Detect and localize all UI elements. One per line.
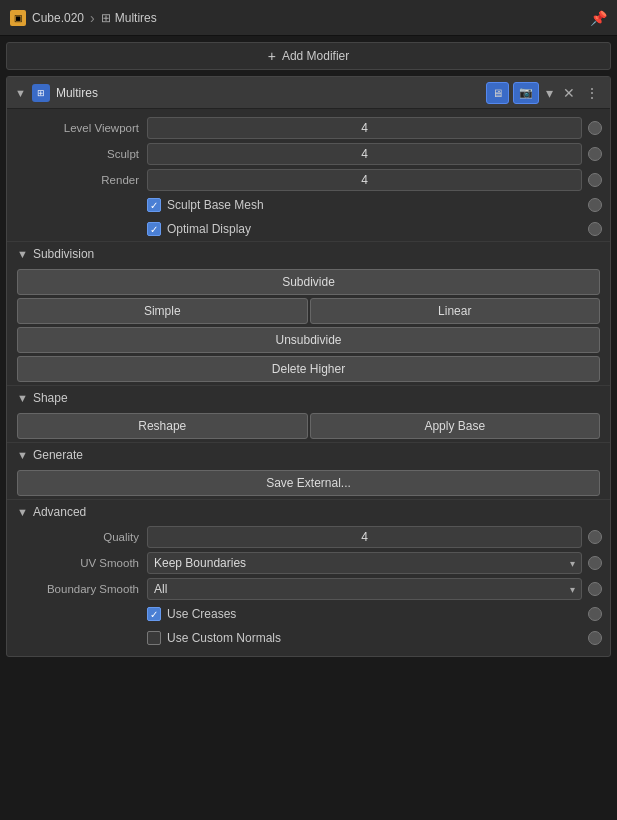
add-modifier-bar[interactable]: + Add Modifier (6, 42, 611, 70)
reshape-button[interactable]: Reshape (17, 413, 308, 439)
uv-smooth-dropdown-arrow-icon: ▾ (570, 558, 575, 569)
breadcrumb-separator: › (90, 10, 95, 26)
linear-button[interactable]: Linear (310, 298, 601, 324)
sculpt-base-mesh-wrapper: ✓ Sculpt Base Mesh (147, 198, 582, 212)
use-custom-normals-dot (588, 631, 602, 645)
subdivision-label: Subdivision (33, 247, 94, 261)
apply-base-button[interactable]: Apply Base (310, 413, 601, 439)
use-creases-label: Use Creases (167, 607, 236, 621)
sculpt-base-mesh-dot (588, 198, 602, 212)
render-value[interactable]: 4 (147, 169, 582, 191)
modifier-breadcrumb-icon: ⊞ (101, 11, 111, 25)
subdivision-collapse-icon: ▼ (17, 248, 28, 260)
use-creases-checkbox[interactable]: ✓ (147, 607, 161, 621)
modifier-breadcrumb-name[interactable]: Multires (115, 11, 157, 25)
quality-label: Quality (7, 531, 147, 543)
modifier-header-icons: 🖥 📷 ▾ ✕ ⋮ (486, 82, 602, 104)
modifier-menu-button[interactable]: ⋮ (582, 85, 602, 101)
uv-smooth-value: Keep Boundaries (154, 556, 246, 570)
uv-smooth-row: UV Smooth Keep Boundaries ▾ (7, 550, 610, 576)
pin-icon[interactable]: 📌 (590, 10, 607, 26)
boundary-smooth-dropdown-arrow-icon: ▾ (570, 584, 575, 595)
subdivision-section-header[interactable]: ▼ Subdivision (7, 241, 610, 266)
modifier-name[interactable]: Multires (56, 86, 480, 100)
advanced-label: Advanced (33, 505, 86, 519)
sculpt-base-mesh-row: ✓ Sculpt Base Mesh (7, 193, 610, 217)
modifier-type-icon: ⊞ (32, 84, 50, 102)
use-custom-normals-wrapper: Use Custom Normals (147, 631, 582, 645)
use-creases-row: ✓ Use Creases (7, 602, 610, 626)
level-viewport-value[interactable]: 4 (147, 117, 582, 139)
boundary-smooth-value: All (154, 582, 167, 596)
level-viewport-dot (588, 121, 602, 135)
generate-section-header[interactable]: ▼ Generate (7, 442, 610, 467)
use-custom-normals-label: Use Custom Normals (167, 631, 281, 645)
boundary-smooth-label: Boundary Smooth (7, 583, 147, 595)
quality-dot (588, 530, 602, 544)
shape-collapse-icon: ▼ (17, 392, 28, 404)
sculpt-value[interactable]: 4 (147, 143, 582, 165)
uv-smooth-label: UV Smooth (7, 557, 147, 569)
render-toggle-button[interactable]: 📷 (513, 82, 539, 104)
sculpt-dot (588, 147, 602, 161)
modifier-content: Level Viewport 4 Sculpt 4 Render 4 ✓ Scu… (7, 109, 610, 656)
collapse-arrow-icon[interactable]: ▼ (15, 87, 26, 99)
optimal-display-row: ✓ Optimal Display (7, 217, 610, 241)
level-viewport-row: Level Viewport 4 (7, 115, 610, 141)
modifier-dropdown-button[interactable]: ▾ (543, 85, 556, 101)
uv-smooth-dot (588, 556, 602, 570)
shape-section-header[interactable]: ▼ Shape (7, 385, 610, 410)
simple-button[interactable]: Simple (17, 298, 308, 324)
sculpt-label: Sculpt (7, 148, 147, 160)
generate-collapse-icon: ▼ (17, 449, 28, 461)
uv-smooth-dropdown[interactable]: Keep Boundaries ▾ (147, 552, 582, 574)
add-modifier-label: Add Modifier (282, 49, 349, 63)
sculpt-row: Sculpt 4 (7, 141, 610, 167)
optimal-display-wrapper: ✓ Optimal Display (147, 222, 582, 236)
subdivide-button[interactable]: Subdivide (17, 269, 600, 295)
simple-linear-row: Simple Linear (17, 298, 600, 324)
save-external-button[interactable]: Save External... (17, 470, 600, 496)
sculpt-base-mesh-label: Sculpt Base Mesh (167, 198, 264, 212)
optimal-display-label: Optimal Display (167, 222, 251, 236)
reshape-apply-row: Reshape Apply Base (17, 413, 600, 439)
boundary-smooth-dot (588, 582, 602, 596)
modifier-breadcrumb-item: ⊞ Multires (101, 11, 157, 25)
render-dot (588, 173, 602, 187)
optimal-display-checkbox[interactable]: ✓ (147, 222, 161, 236)
use-creases-dot (588, 607, 602, 621)
object-name[interactable]: Cube.020 (32, 11, 84, 25)
generate-label: Generate (33, 448, 83, 462)
use-creases-wrapper: ✓ Use Creases (147, 607, 582, 621)
modifier-close-button[interactable]: ✕ (560, 85, 578, 101)
plus-icon: + (268, 48, 276, 64)
modifier-panel: ▼ ⊞ Multires 🖥 📷 ▾ ✕ ⋮ Level Viewport 4 … (6, 76, 611, 657)
optimal-display-dot (588, 222, 602, 236)
advanced-collapse-icon: ▼ (17, 506, 28, 518)
realtime-toggle-button[interactable]: 🖥 (486, 82, 509, 104)
boundary-smooth-dropdown[interactable]: All ▾ (147, 578, 582, 600)
delete-higher-button[interactable]: Delete Higher (17, 356, 600, 382)
level-viewport-label: Level Viewport (7, 122, 147, 134)
boundary-smooth-row: Boundary Smooth All ▾ (7, 576, 610, 602)
sculpt-base-mesh-checkbox[interactable]: ✓ (147, 198, 161, 212)
use-custom-normals-row: Use Custom Normals (7, 626, 610, 650)
render-label: Render (7, 174, 147, 186)
shape-label: Shape (33, 391, 68, 405)
unsubdivide-button[interactable]: Unsubdivide (17, 327, 600, 353)
render-row: Render 4 (7, 167, 610, 193)
modifier-header: ▼ ⊞ Multires 🖥 📷 ▾ ✕ ⋮ (7, 77, 610, 109)
quality-row: Quality 4 (7, 524, 610, 550)
breadcrumb: ▣ Cube.020 › ⊞ Multires 📌 (0, 0, 617, 36)
advanced-section-header[interactable]: ▼ Advanced (7, 499, 610, 524)
use-custom-normals-checkbox[interactable] (147, 631, 161, 645)
object-icon: ▣ (10, 10, 26, 26)
quality-value[interactable]: 4 (147, 526, 582, 548)
